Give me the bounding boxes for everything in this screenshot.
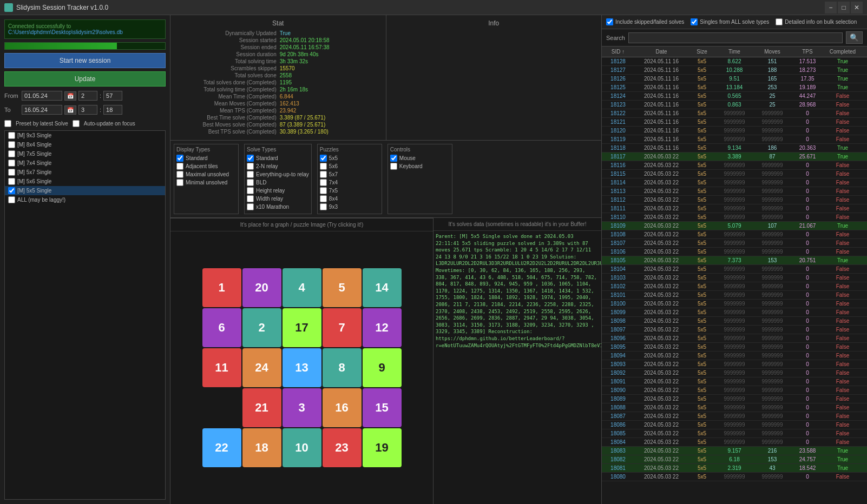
from-min-input[interactable] xyxy=(103,91,122,101)
table-row[interactable]: 18080 2024.05.03 22 5x5 9999999 9999999 … xyxy=(602,473,867,481)
puzzle-cell[interactable]: 20 xyxy=(242,268,281,307)
search-button[interactable]: 🔍 xyxy=(846,31,863,44)
table-row[interactable]: 18089 2024.05.03 22 5x5 9999999 9999999 … xyxy=(602,395,867,403)
table-row[interactable]: 18109 2024.05.03 22 5x5 5.079 107 21.067… xyxy=(602,222,867,230)
session-list-item[interactable]: [M] 7x5 Single xyxy=(5,149,165,158)
puzzle-cell[interactable]: 2 xyxy=(242,308,281,347)
table-row[interactable]: 18125 2024.05.11 16 5x5 13.184 253 19.18… xyxy=(602,83,867,92)
from-date-input[interactable] xyxy=(22,91,62,101)
table-row[interactable]: 18124 2024.05.11 16 5x5 0.565 25 44.247 … xyxy=(602,92,867,101)
table-row[interactable]: 18120 2024.05.11 16 5x5 9999999 9999999 … xyxy=(602,127,867,135)
detailed-info-label[interactable]: Detailed info on bulk selection xyxy=(785,19,857,25)
close-button[interactable]: ✕ xyxy=(851,2,863,14)
table-row[interactable]: 18119 2024.05.11 16 5x5 9999999 9999999 … xyxy=(602,135,867,144)
table-row[interactable]: 18084 2024.05.03 22 5x5 9999999 9999999 … xyxy=(602,438,867,447)
table-header-cell[interactable]: Moves xyxy=(753,49,791,55)
singles-all-label[interactable]: Singles from ALL solve types xyxy=(700,19,769,25)
search-input[interactable] xyxy=(628,32,843,43)
table-header-cell[interactable]: Completed xyxy=(824,49,862,55)
table-row[interactable]: 18087 2024.05.03 22 5x5 9999999 9999999 … xyxy=(602,412,867,421)
to-calendar-icon[interactable]: 📅 xyxy=(64,105,76,115)
update-button[interactable]: Update xyxy=(4,71,166,87)
table-row[interactable]: 18103 2024.05.03 22 5x5 9999999 9999999 … xyxy=(602,274,867,282)
puzzle-cell[interactable]: 23 xyxy=(323,428,362,467)
table-row[interactable]: 18088 2024.05.03 22 5x5 9999999 9999999 … xyxy=(602,403,867,412)
puzzle-grid-container[interactable]: 120451462177121124138921316152218102319 xyxy=(170,231,433,504)
maximize-button[interactable]: □ xyxy=(838,2,850,14)
table-row[interactable]: 18107 2024.05.03 22 5x5 9999999 9999999 … xyxy=(602,239,867,248)
puzzle-cell[interactable]: 6 xyxy=(202,308,241,347)
auto-update-label[interactable]: Auto-update on focus xyxy=(84,121,135,127)
table-header-cell[interactable]: TPS xyxy=(791,49,824,55)
table-row[interactable]: 18091 2024.05.03 22 5x5 9999999 9999999 … xyxy=(602,377,867,386)
table-row[interactable]: 18086 2024.05.03 22 5x5 9999999 9999999 … xyxy=(602,421,867,429)
table-row[interactable]: 18127 2024.05.11 16 5x5 10.288 188 18.27… xyxy=(602,66,867,75)
puzzle-cell[interactable]: 9 xyxy=(363,348,402,387)
puzzle-cell[interactable]: 18 xyxy=(242,428,281,467)
table-row[interactable]: 18102 2024.05.03 22 5x5 9999999 9999999 … xyxy=(602,282,867,291)
singles-all-checkbox[interactable] xyxy=(691,18,698,25)
puzzle-cell[interactable]: 1 xyxy=(202,268,241,307)
table-row[interactable]: 18105 2024.05.03 22 5x5 7.373 153 20.751… xyxy=(602,256,867,265)
from-hour-input[interactable] xyxy=(78,91,97,101)
table-row[interactable]: 18083 2024.05.03 22 5x5 9.157 216 23.588… xyxy=(602,447,867,455)
table-row[interactable]: 18112 2024.05.03 22 5x5 9999999 9999999 … xyxy=(602,196,867,204)
puzzle-cell[interactable]: 5 xyxy=(323,268,362,307)
puzzle-cell[interactable] xyxy=(202,388,241,427)
table-row[interactable]: 18096 2024.05.03 22 5x5 9999999 9999999 … xyxy=(602,334,867,343)
auto-update-on-focus-checkbox[interactable] xyxy=(73,120,80,127)
session-list-item[interactable]: [M] 5x6 Single xyxy=(5,177,165,186)
table-row[interactable]: 18093 2024.05.03 22 5x5 9999999 9999999 … xyxy=(602,360,867,369)
puzzle-cell[interactable]: 10 xyxy=(283,428,321,467)
session-list-item[interactable]: [M] 7x4 Single xyxy=(5,158,165,168)
table-row[interactable]: 18128 2024.05.11 16 5x5 8.622 151 17.513… xyxy=(602,57,867,66)
minimize-button[interactable]: − xyxy=(825,2,837,14)
table-row[interactable]: 18110 2024.05.03 22 5x5 9999999 9999999 … xyxy=(602,213,867,222)
to-date-input[interactable] xyxy=(22,105,62,115)
table-row[interactable]: 18121 2024.05.11 16 5x5 9999999 9999999 … xyxy=(602,118,867,127)
include-skipped-label[interactable]: Include skipped/failed solves xyxy=(615,19,684,25)
puzzle-cell[interactable]: 4 xyxy=(283,268,321,307)
table-row[interactable]: 18094 2024.05.03 22 5x5 9999999 9999999 … xyxy=(602,352,867,360)
table-row[interactable]: 18123 2024.05.11 16 5x5 0.863 25 28.968 … xyxy=(602,101,867,109)
table-row[interactable]: 18116 2024.05.03 22 5x5 9999999 9999999 … xyxy=(602,161,867,170)
puzzle-cell[interactable]: 7 xyxy=(323,308,362,347)
table-row[interactable]: 18118 2024.05.11 16 5x5 9.134 186 20.363… xyxy=(602,144,867,152)
puzzle-cell[interactable]: 3 xyxy=(283,388,321,427)
puzzle-cell[interactable]: 24 xyxy=(242,348,281,387)
session-list-item[interactable]: ALL (may be laggy!) xyxy=(5,195,165,204)
table-row[interactable]: 18106 2024.05.03 22 5x5 9999999 9999999 … xyxy=(602,248,867,256)
puzzle-cell[interactable]: 16 xyxy=(323,388,362,427)
detailed-info-checkbox[interactable] xyxy=(776,18,783,25)
preset-by-latest-checkbox[interactable] xyxy=(4,120,11,127)
table-row[interactable]: 18082 2024.05.03 22 5x5 6.18 153 24.757 … xyxy=(602,455,867,464)
table-row[interactable]: 18095 2024.05.03 22 5x5 9999999 9999999 … xyxy=(602,343,867,352)
session-list-item[interactable]: [M] 9x3 Single xyxy=(5,131,165,140)
table-row[interactable]: 18113 2024.05.03 22 5x5 9999999 9999999 … xyxy=(602,187,867,196)
session-list-item[interactable]: [M] 5x7 Single xyxy=(5,168,165,177)
data-content[interactable]: Parent: [M] 5x5 Single solve done at 202… xyxy=(434,231,601,504)
puzzle-cell[interactable]: 12 xyxy=(363,308,402,347)
table-header-cell[interactable]: Size xyxy=(688,49,715,55)
table-row[interactable]: 18114 2024.05.03 22 5x5 9999999 9999999 … xyxy=(602,178,867,187)
puzzle-cell[interactable]: 14 xyxy=(363,268,402,307)
table-row[interactable]: 18100 2024.05.03 22 5x5 9999999 9999999 … xyxy=(602,300,867,308)
table-header-cell[interactable]: Date xyxy=(634,49,688,55)
table-header-cell[interactable]: SID ↑ xyxy=(602,49,634,55)
table-row[interactable]: 18117 2024.05.03 22 5x5 3.389 87 25.671 … xyxy=(602,152,867,161)
puzzle-cell[interactable]: 17 xyxy=(283,308,321,347)
graph-header[interactable]: It's place for a graph / puzzle Image (T… xyxy=(170,218,433,231)
puzzle-cell[interactable]: 22 xyxy=(202,428,241,467)
table-row[interactable]: 18108 2024.05.03 22 5x5 9999999 9999999 … xyxy=(602,230,867,239)
table-row[interactable]: 18122 2024.05.11 16 5x5 9999999 9999999 … xyxy=(602,109,867,118)
table-row[interactable]: 18090 2024.05.03 22 5x5 9999999 9999999 … xyxy=(602,386,867,395)
puzzle-cell[interactable]: 8 xyxy=(323,348,362,387)
start-new-session-button[interactable]: Start new session xyxy=(4,53,166,68)
session-list-item[interactable]: [M] 8x4 Single xyxy=(5,140,165,149)
puzzle-cell[interactable]: 15 xyxy=(363,388,402,427)
table-row[interactable]: 18085 2024.05.03 22 5x5 9999999 9999999 … xyxy=(602,429,867,438)
table-row[interactable]: 18126 2024.05.11 16 5x5 9.51 165 17.35 T… xyxy=(602,75,867,83)
from-calendar-icon[interactable]: 📅 xyxy=(64,91,76,101)
puzzle-cell[interactable]: 11 xyxy=(202,348,241,387)
include-skipped-checkbox[interactable] xyxy=(606,18,613,25)
